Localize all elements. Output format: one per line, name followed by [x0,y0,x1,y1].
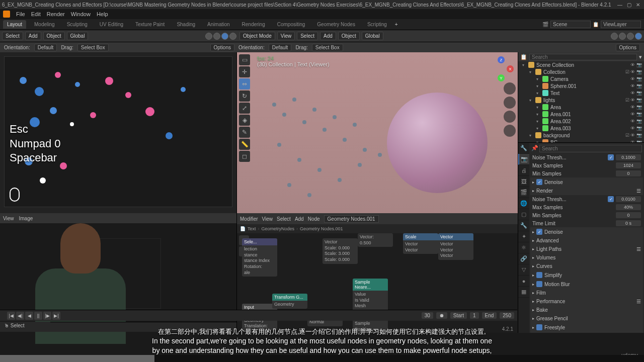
tab-uv[interactable]: UV Editing [96,20,127,29]
outliner-row[interactable]: ▾Text👁 📷 [518,89,644,97]
tool-transform-icon[interactable]: ◈ [239,115,250,126]
tool-select-icon[interactable]: ▭ [239,54,250,65]
outliner-row[interactable]: ▾Area👁 📷 [518,104,644,111]
outliner-search[interactable] [529,54,637,60]
panel-greasepencil[interactable]: ▸Grease Pencil [530,314,643,323]
tab-texpaint[interactable]: Texture Paint [131,20,169,29]
tool-cursor-icon[interactable]: ✛ [239,66,250,77]
persp-icon[interactable] [504,125,516,137]
prop-row[interactable]: Noise Thresh...✓0.0100 [530,195,643,203]
img-image[interactable]: Image [19,216,33,221]
modifier-menu[interactable]: Modifier [240,216,258,222]
tab-material-icon[interactable]: ● [518,276,529,287]
pan-icon[interactable] [504,97,516,109]
panel-curves[interactable]: ▸Curves [530,262,643,270]
tab-animation[interactable]: Animation [203,20,233,29]
tab-physics-icon[interactable]: ⚛ [518,242,529,253]
tab-output-icon[interactable]: 🖨 [518,165,529,176]
panel-lightpaths[interactable]: ▸Light Paths☰ [530,245,643,253]
node-scale[interactable]: Scale Vector Vector [403,233,438,254]
tab-sculpting[interactable]: Sculpting [63,20,92,29]
shading-wire[interactable] [611,33,618,40]
node-select[interactable]: Select [277,216,291,222]
tab-compositing[interactable]: Compositing [273,20,309,29]
img-view[interactable]: View [3,216,14,221]
outliner-row[interactable]: ▾Area.003👁 📷 [518,125,644,132]
jump-end-icon[interactable]: ▶| [52,312,60,320]
add-menu[interactable]: Add [320,32,336,40]
panel-render[interactable]: ▸Render☰ [530,187,643,195]
jump-start-icon[interactable]: |◀ [7,312,15,320]
tab-scripting[interactable]: Scripting [363,20,391,29]
tab-texture-icon[interactable]: ▦ [518,287,529,298]
options[interactable]: Options [616,44,640,51]
mode-dropdown[interactable]: Object Mode [239,32,275,40]
tab-shading[interactable]: Shading [173,20,199,29]
outliner-row[interactable]: ▾lights☑ 👁 📷 [518,97,644,104]
tab-scene-icon[interactable]: 🎬 [518,187,529,198]
panel-denoise[interactable]: ▸✓Denoise [530,227,643,236]
crumb-2[interactable]: Geometry Nodes.001 [300,226,343,231]
prop-row[interactable]: Noise Thresh...✓0.1000 [530,153,643,161]
orient-value-l[interactable]: Default [34,44,57,51]
shading-solid[interactable] [619,33,626,40]
panel-motionblur[interactable]: ▸Motion Blur [530,280,643,289]
nodetree-name[interactable]: Geometry Nodes.001 [324,215,379,223]
panel-performance[interactable]: ▸Performance☰ [530,297,643,306]
outliner-mode-icon[interactable]: 📋 [520,54,527,60]
next-key-icon[interactable]: |▶ [43,312,51,320]
tab-modeling[interactable]: Modeling [30,20,59,29]
tab-rendering[interactable]: Rendering [238,20,269,29]
props-body[interactable]: 📌 Noise Thresh...✓0.1000Max Samples1024M… [529,143,644,333]
shading-render-l[interactable] [229,33,236,40]
tool-rotate-icon[interactable]: ↻ [239,90,250,102]
prop-row[interactable]: Time Limit0 s [530,219,643,227]
prop-row[interactable]: Min Samples0 [530,169,643,177]
nav-gizmo[interactable]: X Y Z [489,56,514,81]
prop-row[interactable]: Max Samples1024 [530,161,643,169]
node-sample[interactable]: Sample Neare... Value Is Valid Mesh Valu… [353,279,388,333]
tab-modifier-icon[interactable]: 🔧 [518,220,529,231]
shading-render[interactable] [635,33,642,40]
viewport-3d[interactable]: ▭ ✛ ⇔ ↻ ⤢ ◈ ✎ 📏 ◻ fps: 24 (30) Collectio… [237,52,518,213]
tool-move-icon[interactable]: ⇔ [239,78,250,89]
scene-field[interactable] [550,21,591,28]
tab-viewlayer-icon[interactable]: 🖼 [518,176,529,187]
drag-value-l[interactable]: Select Box [77,44,109,51]
select-menu[interactable]: Select [297,32,318,40]
crumb-1[interactable]: GeometryNodes [262,226,295,231]
node-add[interactable]: Add [295,216,304,222]
close-button[interactable]: ✕ [634,2,642,8]
camera-icon[interactable] [504,111,516,123]
minimize-button[interactable]: — [616,2,624,8]
node-transform[interactable]: Transform G... Geometry [272,294,307,309]
outliner-row[interactable]: ▾background☑ 👁 📷 [518,132,644,139]
node-view[interactable]: View [262,216,273,222]
crumb-0[interactable]: Text [248,226,256,231]
options-l[interactable]: Options [210,44,234,51]
outliner-row[interactable]: ▾Sphere.001👁 📷 [518,82,644,89]
shading-mat[interactable] [627,33,634,40]
cur-frame[interactable]: 30 [422,312,433,319]
panel-simplify[interactable]: ▸Simplify [530,270,643,280]
outliner-row[interactable]: ▾Scene Collection👁 📷 [518,61,644,68]
tab-world-icon[interactable]: 🌐 [518,198,529,209]
node-fac[interactable]: Vector: 0.500 [358,233,393,247]
shading-mat-l[interactable] [221,33,228,40]
tool-addcube-icon[interactable]: ◻ [239,151,250,162]
global-orient-l[interactable]: Global [67,32,89,40]
props-pin-icon[interactable]: 📌 [531,145,538,152]
node-misc1[interactable]: Sele... lection stance stance Index Rota… [242,238,277,277]
tab-particle-icon[interactable]: ✦ [518,231,529,242]
menu-window[interactable]: Window [71,11,91,17]
node-node[interactable]: Node [308,216,320,222]
menu-file[interactable]: File [16,11,25,17]
global-orient[interactable]: Global [362,32,383,40]
outliner-row[interactable]: ▾Collection☑ 👁 📷 [518,68,644,75]
object-menu[interactable]: Object [338,32,360,40]
crumb-text[interactable]: 📄 [240,226,246,231]
tab-render-icon[interactable]: 📷 [518,154,529,165]
props-search[interactable] [539,145,642,152]
tab-constraint-icon[interactable]: 🔗 [518,253,529,264]
node-vec-math[interactable]: Vector Scale: 0.000 Scale: 3.000 Scale: … [323,238,358,264]
